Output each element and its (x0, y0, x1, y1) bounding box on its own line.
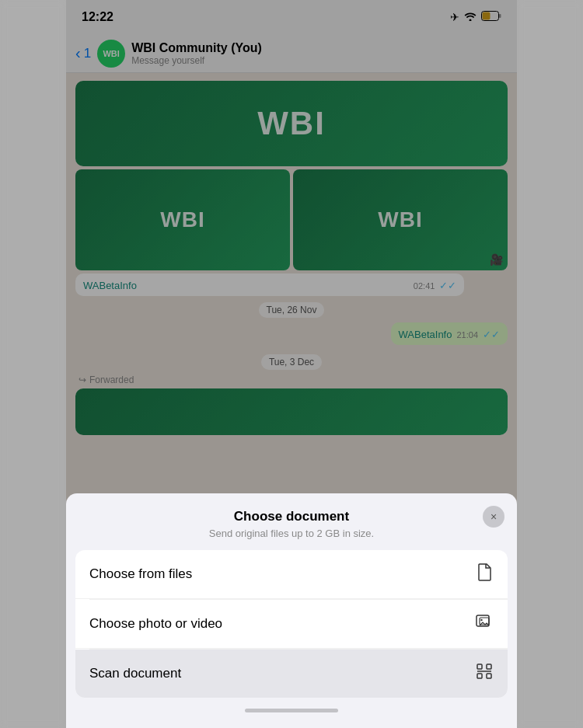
svg-rect-6 (477, 664, 482, 669)
choose-photo-option[interactable]: Choose photo or video (75, 600, 508, 649)
choose-from-files-option[interactable]: Choose from files (75, 550, 508, 599)
scan-label: Scan document (89, 666, 181, 681)
scan-document-option[interactable]: Scan document (75, 650, 508, 698)
svg-rect-7 (487, 664, 491, 669)
photo-icon (475, 612, 494, 636)
home-indicator (245, 709, 338, 712)
sheet-header: Choose document Send original files up t… (66, 493, 517, 550)
sheet-title: Choose document (97, 509, 486, 524)
svg-point-5 (480, 619, 482, 621)
bg-left-blur (0, 0, 66, 728)
bottom-sheet: Choose document Send original files up t… (66, 493, 517, 728)
scan-icon (475, 662, 494, 685)
sheet-subtitle: Send original files up to 2 GB in size. (97, 528, 486, 539)
svg-rect-9 (487, 674, 491, 678)
svg-rect-8 (477, 674, 482, 678)
choose-files-label: Choose from files (89, 566, 192, 582)
chat-container: 12:22 ✈ ‹ 1 (66, 0, 517, 728)
choose-photo-label: Choose photo or video (89, 616, 222, 632)
bg-right-blur (517, 0, 583, 728)
close-button[interactable]: × (483, 506, 504, 528)
file-icon (475, 563, 494, 586)
sheet-options-list: Choose from files Choose photo or video (75, 550, 508, 698)
